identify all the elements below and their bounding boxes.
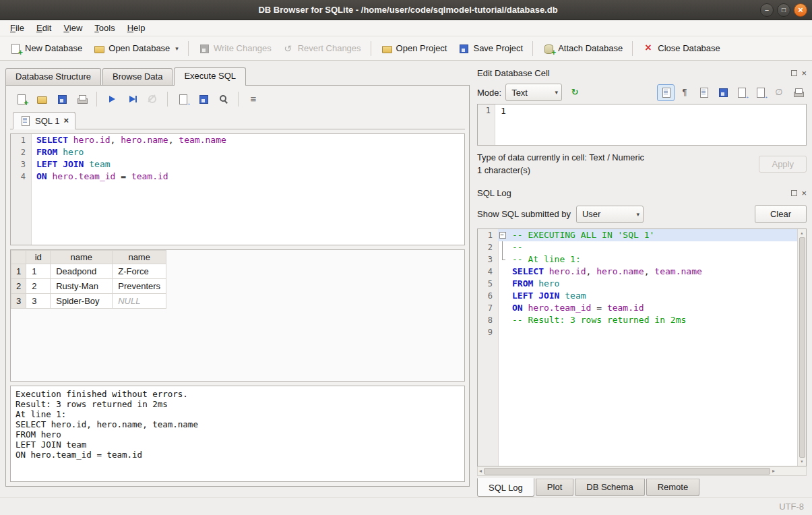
table-cell[interactable]: 3 <box>26 294 51 309</box>
cell-editor[interactable]: 1 1 <box>477 104 807 146</box>
new-tab-button[interactable] <box>11 91 30 107</box>
maximize-button[interactable] <box>777 3 790 17</box>
import-button[interactable] <box>732 84 750 101</box>
column-header-name[interactable]: name <box>113 251 166 264</box>
column-header-id[interactable]: id <box>26 251 51 264</box>
vertical-scrollbar-thumb[interactable] <box>799 237 805 458</box>
table-cell[interactable]: Rusty-Man <box>51 279 113 294</box>
tab-database-structure[interactable]: Database Structure <box>5 68 101 85</box>
print-button[interactable] <box>789 84 807 101</box>
log-controls: Show SQL submitted by User ▾ Clear <box>477 205 807 223</box>
table-cell[interactable]: Deadpond <box>51 264 113 279</box>
export-button[interactable] <box>751 84 769 101</box>
close-tab-icon[interactable]: × <box>63 117 69 125</box>
minimize-button[interactable] <box>760 3 774 17</box>
apply-button[interactable]: Apply <box>759 156 807 173</box>
close-database-button[interactable]: Close Database <box>637 40 726 57</box>
table-cell[interactable]: Z-Force <box>113 264 166 279</box>
open-database-button[interactable]: Open Database▾ <box>88 40 184 57</box>
save-icon <box>717 87 728 98</box>
open-project-button[interactable]: Open Project <box>375 40 453 57</box>
table-cell[interactable]: Spider-Boy <box>51 294 113 309</box>
sql-log-title: SQL Log <box>477 188 791 198</box>
toolbar-separator <box>167 92 168 107</box>
word-wrap-button[interactable] <box>676 84 693 101</box>
horizontal-scrollbar-thumb[interactable] <box>484 468 770 475</box>
mode-value: Text <box>511 88 553 98</box>
tab-browse-data[interactable]: Browse Data <box>102 68 173 85</box>
row-header[interactable]: 3 <box>11 294 26 309</box>
print-button[interactable] <box>72 91 91 107</box>
main-tabs: Database StructureBrowse DataExecute SQL <box>5 66 470 85</box>
table-cell[interactable]: 1 <box>26 264 51 279</box>
toolbar-label: Revert Changes <box>298 43 361 53</box>
sql-editor[interactable]: 1SELECT hero.id, hero.name, team.name2FR… <box>10 133 465 245</box>
refresh-mode-button[interactable] <box>566 84 584 101</box>
dock-tab-plot[interactable]: Plot <box>536 479 573 496</box>
code-line: 4SELECT hero.id, hero.name, team.name <box>478 266 797 278</box>
menu-help[interactable]: Help <box>121 22 152 34</box>
mode-select[interactable]: Text ▾ <box>505 84 562 101</box>
table-cell[interactable]: 2 <box>26 279 51 294</box>
clear-button[interactable]: Clear <box>755 205 807 223</box>
close-log-panel-icon[interactable]: × <box>801 189 807 197</box>
line-number: 4 <box>478 266 498 278</box>
filter-label: Show SQL submitted by <box>477 209 571 219</box>
corner-header[interactable] <box>11 251 26 264</box>
float-log-panel-icon[interactable] <box>791 190 797 196</box>
format-button[interactable] <box>244 91 263 107</box>
table-cell[interactable]: Preventers <box>113 279 166 294</box>
code-line: 2-- <box>478 241 797 253</box>
save-sql-button[interactable] <box>52 91 71 107</box>
save-results-button[interactable] <box>193 91 212 107</box>
menu-edit[interactable]: Edit <box>30 22 57 34</box>
write-changes-icon <box>198 43 210 54</box>
sql-log-view[interactable]: 1-- EXECUTING ALL IN 'SQL 1'2--3-- At li… <box>477 229 807 466</box>
text-mode-button[interactable] <box>657 84 675 101</box>
chevron-down-icon: ▾ <box>555 89 559 96</box>
scroll-down-icon[interactable]: ▾ <box>801 458 804 465</box>
statusbar: UTF-8 <box>0 497 812 515</box>
row-header[interactable]: 1 <box>11 264 26 279</box>
table-row: 22Rusty-ManPreventers <box>11 279 166 294</box>
column-header-name[interactable]: name <box>51 251 113 264</box>
export-results-button[interactable] <box>173 91 192 107</box>
dock-tab-remote[interactable]: Remote <box>646 479 700 496</box>
scroll-up-icon[interactable]: ▴ <box>801 230 804 237</box>
find-button[interactable] <box>214 91 232 107</box>
float-panel-icon[interactable] <box>791 70 797 76</box>
code-text: -- Result: 3 rows returned in 2ms <box>507 314 797 326</box>
save-project-button[interactable]: Save Project <box>452 40 528 57</box>
copy-button[interactable] <box>695 84 712 101</box>
close-panel-icon[interactable]: × <box>801 69 807 77</box>
menu-view[interactable]: View <box>57 22 88 34</box>
submitter-select[interactable]: User ▾ <box>576 206 644 223</box>
menu-file[interactable]: File <box>4 22 30 34</box>
dock-tab-sql-log[interactable]: SQL Log <box>477 478 534 497</box>
code-line: 9 <box>478 326 797 338</box>
execute-line-button[interactable] <box>123 91 142 107</box>
set-null-button[interactable] <box>770 84 788 101</box>
tab-execute-sql[interactable]: Execute SQL <box>174 67 246 86</box>
dock-tab-db-schema[interactable]: DB Schema <box>575 479 644 496</box>
word-wrap-icon <box>679 87 691 98</box>
scroll-right-icon[interactable]: ▸ <box>772 468 775 475</box>
cell-toolbar <box>657 84 807 101</box>
open-sql-button[interactable] <box>32 91 51 107</box>
menu-tools[interactable]: Tools <box>88 22 121 34</box>
fold-marker[interactable] <box>498 229 507 241</box>
sql-tab[interactable]: SQL 1 × <box>13 112 75 129</box>
main-toolbar: New DatabaseOpen Database▾Write ChangesR… <box>0 36 812 61</box>
scroll-left-icon[interactable]: ◂ <box>479 468 482 475</box>
attach-database-button[interactable]: Attach Database <box>537 40 628 57</box>
save-button[interactable] <box>714 84 731 101</box>
vertical-scrollbar[interactable]: ▴ ▾ <box>797 229 806 466</box>
close-button[interactable] <box>794 3 807 17</box>
table-cell[interactable]: NULL <box>113 294 166 309</box>
horizontal-scrollbar[interactable]: ◂ ▸ <box>477 466 807 476</box>
execute-line-icon <box>127 94 138 104</box>
new-database-button[interactable]: New Database <box>4 40 88 57</box>
execute-all-button[interactable] <box>102 91 121 107</box>
mode-label: Mode: <box>477 88 501 98</box>
row-header[interactable]: 2 <box>11 279 26 294</box>
